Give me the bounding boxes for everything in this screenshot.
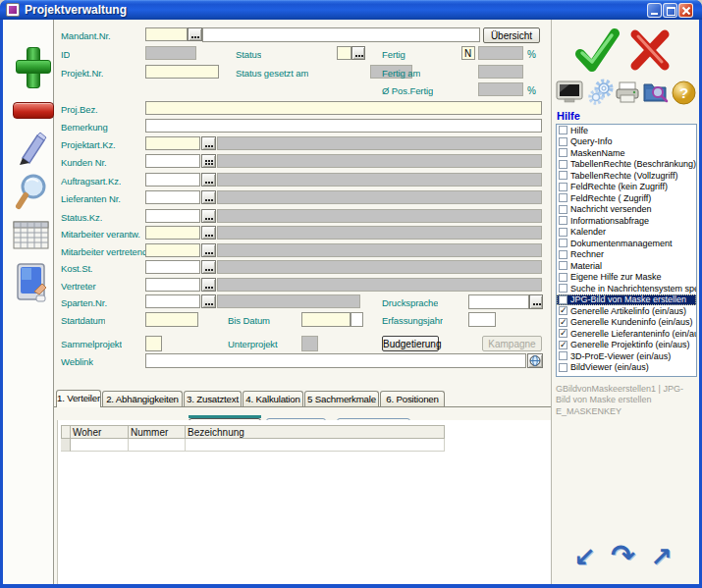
select-screen-icon[interactable]	[13, 262, 52, 305]
table-cell[interactable]	[129, 439, 186, 452]
checkbox-icon[interactable]	[559, 284, 567, 293]
tab-abhaengigkeiten[interactable]: 2. Abhängigkeiten	[102, 391, 183, 406]
help-list-item[interactable]: BildViewer (ein/aus)	[557, 362, 696, 374]
checkbox-icon[interactable]	[559, 363, 567, 372]
mit-verantw-lookup-button[interactable]	[201, 226, 216, 240]
mit-vertretend-lookup-button[interactable]	[201, 243, 216, 257]
bis-datum-input[interactable]	[301, 312, 351, 327]
proj-bez-input[interactable]	[145, 101, 542, 115]
sparten-input[interactable]	[145, 294, 200, 308]
bis-datum-extra-field[interactable]	[351, 312, 363, 327]
help-list-item[interactable]: FeldRechte ( Zugriff)	[557, 192, 696, 204]
checkbox-icon[interactable]	[559, 216, 567, 225]
help-list-item[interactable]: Rechner	[557, 249, 696, 261]
checkbox-icon[interactable]	[559, 250, 567, 259]
budgetierung-button[interactable]: Budgetierung	[382, 336, 439, 351]
weblink-globe-button[interactable]	[527, 353, 543, 368]
help-list-item[interactable]: Eigene Hilfe zur Maske	[557, 272, 696, 284]
checkbox-icon[interactable]	[559, 183, 567, 191]
checkbox-icon[interactable]: ✓	[559, 341, 567, 349]
help-list-item[interactable]: ✓Generelle Lieferanteninfo (ein/aus)	[557, 328, 696, 340]
checkbox-icon[interactable]	[559, 295, 567, 304]
checkbox-icon[interactable]	[559, 126, 567, 134]
projektart-lookup-button[interactable]	[201, 136, 216, 150]
help-list-item[interactable]: Hilfe	[557, 125, 696, 136]
help-list-item[interactable]: Suche in Nachrichtensystem speich	[557, 283, 696, 294]
help-list-item[interactable]: Informationsabfrage	[557, 215, 696, 227]
checkbox-icon[interactable]	[559, 261, 567, 270]
col-header-bezeichnung[interactable]: Bezeichnung	[186, 425, 445, 439]
help-list-item[interactable]: Kalender	[557, 227, 696, 239]
checkbox-icon[interactable]	[559, 205, 567, 214]
status-kz-lookup-button[interactable]	[201, 209, 216, 223]
mandant-lookup-button[interactable]	[188, 27, 202, 41]
monitor-icon[interactable]	[556, 80, 583, 105]
tab-zusatztext[interactable]: 3. Zusatztext	[184, 391, 242, 406]
kunden-lookup-button[interactable]	[201, 154, 216, 168]
lieferanten-lookup-button[interactable]	[201, 190, 216, 204]
uebersicht-button[interactable]: Übersicht	[483, 27, 540, 43]
col-header-nummer[interactable]: Nummer	[129, 425, 186, 439]
kunden-input[interactable]	[145, 154, 200, 168]
checkbox-icon[interactable]	[559, 228, 567, 237]
nav-previous-icon[interactable]: ↙	[573, 542, 596, 572]
help-list-item[interactable]: MaskenName	[557, 147, 696, 159]
help-question-icon[interactable]: ?	[672, 80, 696, 105]
fertig-flag-input[interactable]	[461, 46, 475, 60]
help-list-item[interactable]: Material	[557, 260, 696, 272]
help-list-item[interactable]: ✓Generelle Kundeninfo (ein/aus)	[557, 317, 696, 329]
checkbox-icon[interactable]	[559, 171, 567, 180]
edit-pencil-icon[interactable]	[15, 131, 48, 168]
print-icon[interactable]	[615, 80, 641, 105]
titlebar[interactable]: Projektverwaltung	[0, 0, 702, 20]
checkbox-icon[interactable]	[559, 160, 567, 169]
vertreter-input[interactable]	[145, 278, 200, 292]
search-icon[interactable]	[15, 173, 50, 212]
help-list-item[interactable]: TabellenRechte (Beschränkung)	[557, 159, 696, 171]
checkbox-icon[interactable]	[559, 273, 567, 282]
help-list-item[interactable]: ✓Generelle Projektinfo (ein/aus)	[557, 340, 696, 351]
mit-vertretend-input[interactable]	[145, 243, 200, 257]
kost-st-lookup-button[interactable]	[201, 260, 216, 274]
row-selector-cell[interactable]	[61, 439, 71, 452]
minimize-button[interactable]	[647, 3, 662, 18]
delete-record-icon[interactable]	[13, 102, 54, 119]
drucksprache-lookup-button[interactable]	[529, 294, 543, 309]
document-search-icon[interactable]	[642, 79, 669, 106]
checkbox-icon[interactable]: ✓	[559, 318, 567, 327]
cancel-x-icon[interactable]	[628, 27, 672, 71]
help-list-item[interactable]: Dokumentenmanagement	[557, 238, 696, 249]
bemerkung-input[interactable]	[145, 119, 542, 133]
nav-next-icon[interactable]: ↗	[650, 542, 673, 572]
mandant-name-input[interactable]	[202, 27, 480, 42]
auftragsart-input[interactable]	[145, 173, 200, 187]
tab-verteiler[interactable]: 1. Verteiler	[56, 390, 101, 407]
add-record-icon[interactable]	[16, 47, 49, 86]
col-header-woher[interactable]: Woher	[71, 425, 129, 439]
sparten-lookup-button[interactable]	[201, 294, 216, 308]
help-list-item[interactable]: FeldRechte (kein Zugriff)	[557, 182, 696, 193]
tab-sachmerkmale[interactable]: 5 Sachmerkmale	[304, 391, 379, 406]
auftragsart-lookup-button[interactable]	[201, 173, 216, 187]
help-list-item[interactable]: TabellenRechte (Vollzugriff)	[557, 170, 696, 182]
lieferanten-input[interactable]	[145, 190, 200, 204]
table-cell[interactable]	[71, 439, 129, 452]
table-cell[interactable]	[186, 439, 445, 452]
checkbox-icon[interactable]	[559, 137, 567, 146]
erfassungsjahr-input[interactable]	[468, 312, 496, 327]
help-list-item[interactable]: ✓Generelle Artikelinfo (ein/aus)	[557, 305, 696, 317]
checkbox-icon[interactable]	[559, 239, 567, 247]
close-button[interactable]	[678, 3, 693, 18]
status-input[interactable]	[337, 46, 351, 60]
weblink-input[interactable]	[145, 353, 526, 368]
mit-verantw-input[interactable]	[145, 226, 200, 240]
drucksprache-input[interactable]	[468, 294, 529, 309]
checkbox-icon[interactable]: ✓	[559, 329, 567, 338]
kost-st-input[interactable]	[145, 260, 200, 274]
help-list-item[interactable]: Nachricht versenden	[557, 204, 696, 216]
checkbox-icon[interactable]	[559, 193, 567, 202]
settings-gears-icon[interactable]	[587, 79, 615, 106]
help-list-item[interactable]: Query-Info	[557, 136, 696, 148]
checkbox-icon[interactable]	[559, 148, 567, 157]
mandant-input[interactable]	[145, 27, 188, 41]
